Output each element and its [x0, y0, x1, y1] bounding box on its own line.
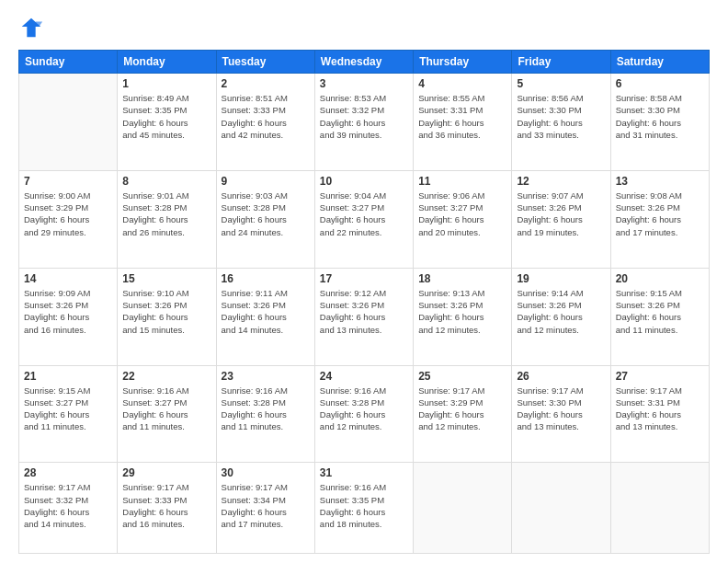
calendar-cell: 26Sunrise: 9:17 AM Sunset: 3:30 PM Dayli… — [512, 365, 610, 463]
day-number: 11 — [418, 175, 506, 188]
calendar-cell: 29Sunrise: 9:17 AM Sunset: 3:33 PM Dayli… — [118, 463, 216, 554]
day-info: Sunrise: 9:17 AM Sunset: 3:30 PM Dayligh… — [517, 385, 605, 433]
day-info: Sunrise: 9:03 AM Sunset: 3:28 PM Dayligh… — [222, 190, 310, 238]
logo — [18, 15, 48, 40]
calendar-cell: 17Sunrise: 9:12 AM Sunset: 3:26 PM Dayli… — [314, 268, 413, 365]
day-info: Sunrise: 8:51 AM Sunset: 3:33 PM Dayligh… — [222, 92, 310, 141]
calendar-cell: 20Sunrise: 9:15 AM Sunset: 3:26 PM Dayli… — [610, 268, 709, 365]
day-info: Sunrise: 9:04 AM Sunset: 3:27 PM Dayligh… — [320, 190, 408, 238]
day-number: 31 — [320, 466, 408, 479]
calendar-cell: 15Sunrise: 9:10 AM Sunset: 3:26 PM Dayli… — [118, 268, 216, 365]
calendar-cell: 21Sunrise: 9:15 AM Sunset: 3:27 PM Dayli… — [19, 365, 118, 463]
day-number: 8 — [122, 175, 210, 188]
day-info: Sunrise: 9:09 AM Sunset: 3:26 PM Dayligh… — [24, 287, 112, 336]
day-info: Sunrise: 9:07 AM Sunset: 3:26 PM Dayligh… — [517, 190, 605, 238]
day-number: 19 — [517, 272, 605, 285]
logo-icon — [18, 15, 44, 40]
calendar-cell: 16Sunrise: 9:11 AM Sunset: 3:26 PM Dayli… — [216, 268, 314, 365]
day-number: 24 — [320, 370, 408, 383]
day-info: Sunrise: 9:01 AM Sunset: 3:28 PM Dayligh… — [122, 190, 210, 238]
calendar-cell: 7Sunrise: 9:00 AM Sunset: 3:29 PM Daylig… — [19, 170, 118, 268]
calendar-cell: 5Sunrise: 8:56 AM Sunset: 3:30 PM Daylig… — [512, 74, 610, 171]
day-info: Sunrise: 9:17 AM Sunset: 3:32 PM Dayligh… — [24, 481, 112, 530]
day-number: 30 — [222, 466, 310, 479]
weekday-header: Wednesday — [314, 51, 413, 74]
day-info: Sunrise: 8:53 AM Sunset: 3:32 PM Dayligh… — [320, 92, 408, 141]
day-number: 21 — [24, 370, 112, 383]
day-info: Sunrise: 9:15 AM Sunset: 3:26 PM Dayligh… — [616, 287, 704, 336]
day-number: 17 — [320, 272, 408, 285]
day-info: Sunrise: 9:00 AM Sunset: 3:29 PM Dayligh… — [24, 190, 112, 238]
weekday-header: Thursday — [414, 51, 512, 74]
day-info: Sunrise: 9:10 AM Sunset: 3:26 PM Dayligh… — [122, 287, 210, 336]
calendar-cell — [414, 463, 512, 554]
day-number: 1 — [122, 77, 210, 90]
weekday-header: Sunday — [19, 51, 118, 74]
day-info: Sunrise: 9:14 AM Sunset: 3:26 PM Dayligh… — [517, 287, 605, 336]
day-number: 27 — [616, 370, 704, 383]
day-number: 25 — [418, 370, 506, 383]
calendar-week-row: 1Sunrise: 8:49 AM Sunset: 3:35 PM Daylig… — [19, 74, 710, 171]
day-number: 7 — [24, 175, 112, 188]
calendar-cell: 31Sunrise: 9:16 AM Sunset: 3:35 PM Dayli… — [314, 463, 413, 554]
calendar-cell: 24Sunrise: 9:16 AM Sunset: 3:28 PM Dayli… — [314, 365, 413, 463]
day-number: 13 — [616, 175, 704, 188]
calendar-week-row: 14Sunrise: 9:09 AM Sunset: 3:26 PM Dayli… — [19, 268, 710, 365]
calendar-cell: 18Sunrise: 9:13 AM Sunset: 3:26 PM Dayli… — [414, 268, 512, 365]
day-info: Sunrise: 8:49 AM Sunset: 3:35 PM Dayligh… — [122, 92, 210, 141]
day-number: 18 — [418, 272, 506, 285]
calendar-cell: 10Sunrise: 9:04 AM Sunset: 3:27 PM Dayli… — [314, 170, 413, 268]
weekday-header: Tuesday — [216, 51, 314, 74]
day-info: Sunrise: 9:11 AM Sunset: 3:26 PM Dayligh… — [222, 287, 310, 336]
calendar-week-row: 28Sunrise: 9:17 AM Sunset: 3:32 PM Dayli… — [19, 463, 710, 554]
day-number: 12 — [517, 175, 605, 188]
day-number: 23 — [222, 370, 310, 383]
day-info: Sunrise: 8:58 AM Sunset: 3:30 PM Dayligh… — [616, 92, 704, 141]
day-info: Sunrise: 9:06 AM Sunset: 3:27 PM Dayligh… — [418, 190, 506, 238]
day-number: 20 — [616, 272, 704, 285]
calendar-cell — [610, 463, 709, 554]
day-info: Sunrise: 9:08 AM Sunset: 3:26 PM Dayligh… — [616, 190, 704, 238]
calendar-cell: 25Sunrise: 9:17 AM Sunset: 3:29 PM Dayli… — [414, 365, 512, 463]
calendar-cell: 30Sunrise: 9:17 AM Sunset: 3:34 PM Dayli… — [216, 463, 314, 554]
page: SundayMondayTuesdayWednesdayThursdayFrid… — [0, 0, 728, 563]
calendar-cell: 27Sunrise: 9:17 AM Sunset: 3:31 PM Dayli… — [610, 365, 709, 463]
day-info: Sunrise: 9:16 AM Sunset: 3:27 PM Dayligh… — [122, 385, 210, 433]
day-number: 14 — [24, 272, 112, 285]
weekday-header-row: SundayMondayTuesdayWednesdayThursdayFrid… — [19, 51, 710, 74]
day-number: 3 — [320, 77, 408, 90]
calendar-cell: 28Sunrise: 9:17 AM Sunset: 3:32 PM Dayli… — [19, 463, 118, 554]
day-info: Sunrise: 9:16 AM Sunset: 3:28 PM Dayligh… — [222, 385, 310, 433]
day-info: Sunrise: 8:56 AM Sunset: 3:30 PM Dayligh… — [517, 92, 605, 141]
day-number: 5 — [517, 77, 605, 90]
calendar-cell: 14Sunrise: 9:09 AM Sunset: 3:26 PM Dayli… — [19, 268, 118, 365]
day-number: 2 — [222, 77, 310, 90]
calendar-cell: 4Sunrise: 8:55 AM Sunset: 3:31 PM Daylig… — [414, 74, 512, 171]
day-number: 6 — [616, 77, 704, 90]
calendar-cell: 1Sunrise: 8:49 AM Sunset: 3:35 PM Daylig… — [118, 74, 216, 171]
day-number: 10 — [320, 175, 408, 188]
day-number: 22 — [122, 370, 210, 383]
calendar-cell: 23Sunrise: 9:16 AM Sunset: 3:28 PM Dayli… — [216, 365, 314, 463]
weekday-header: Friday — [512, 51, 610, 74]
calendar-cell: 9Sunrise: 9:03 AM Sunset: 3:28 PM Daylig… — [216, 170, 314, 268]
calendar-cell — [512, 463, 610, 554]
calendar-cell: 22Sunrise: 9:16 AM Sunset: 3:27 PM Dayli… — [118, 365, 216, 463]
weekday-header: Monday — [118, 51, 216, 74]
day-number: 4 — [418, 77, 506, 90]
day-number: 28 — [24, 466, 112, 479]
calendar-cell: 2Sunrise: 8:51 AM Sunset: 3:33 PM Daylig… — [216, 74, 314, 171]
day-info: Sunrise: 9:15 AM Sunset: 3:27 PM Dayligh… — [24, 385, 112, 433]
calendar-cell: 11Sunrise: 9:06 AM Sunset: 3:27 PM Dayli… — [414, 170, 512, 268]
day-info: Sunrise: 9:16 AM Sunset: 3:28 PM Dayligh… — [320, 385, 408, 433]
calendar-cell: 8Sunrise: 9:01 AM Sunset: 3:28 PM Daylig… — [118, 170, 216, 268]
svg-marker-0 — [22, 18, 41, 38]
day-number: 29 — [122, 466, 210, 479]
day-info: Sunrise: 9:17 AM Sunset: 3:29 PM Dayligh… — [418, 385, 506, 433]
day-number: 26 — [517, 370, 605, 383]
header — [18, 15, 710, 40]
calendar-week-row: 21Sunrise: 9:15 AM Sunset: 3:27 PM Dayli… — [19, 365, 710, 463]
day-number: 16 — [222, 272, 310, 285]
calendar-cell: 3Sunrise: 8:53 AM Sunset: 3:32 PM Daylig… — [314, 74, 413, 171]
day-info: Sunrise: 9:17 AM Sunset: 3:33 PM Dayligh… — [122, 481, 210, 530]
